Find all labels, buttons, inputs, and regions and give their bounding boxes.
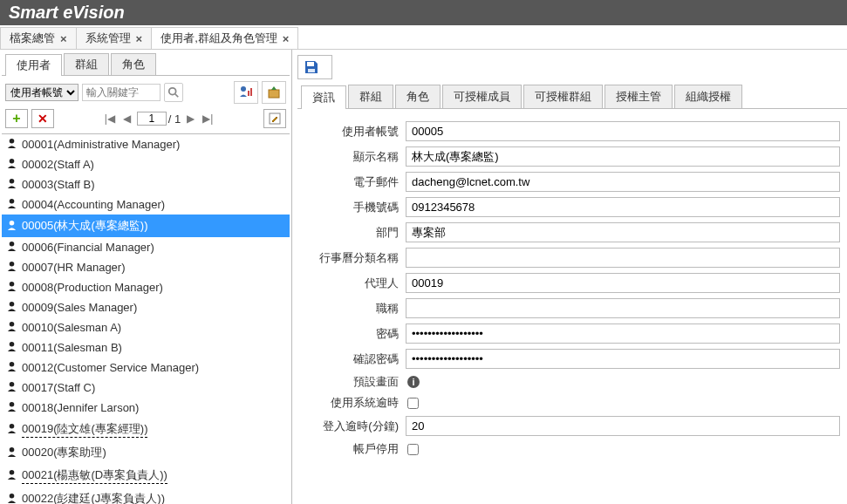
login-timeout-input[interactable] [406,416,840,436]
label-title: 職稱 [301,301,406,317]
svg-point-19 [10,382,15,387]
email-input[interactable] [406,172,840,192]
display-name-input[interactable] [406,146,840,167]
confirm-password-input[interactable] [406,349,840,369]
user-form: 使用者帳號 顯示名稱 電子郵件 手機號碼 部門 行事曆分類名稱 代理人 職稱 密… [297,109,847,466]
floppy-disk-icon [304,59,319,75]
person-icon [6,241,18,253]
person-icon [6,381,18,393]
person-icon [6,158,18,170]
user-item-label: 00020(專案助理) [22,444,106,460]
svg-rect-5 [269,90,279,98]
search-input[interactable] [82,84,161,101]
prev-page-button[interactable]: ◀ [120,111,135,126]
user-list-item[interactable]: 00004(Accounting Manager) [2,194,290,215]
user-list-item[interactable]: 00003(Staff B) [2,174,290,194]
user-item-label: 00010(Salesman A) [22,320,121,334]
detail-tabs: 資訊群組角色可授權成員可授權群組授權主管組織授權 [297,85,847,109]
label-display: 顯示名稱 [301,149,406,165]
tab-close-icon[interactable]: × [283,32,290,45]
detail-tab-1[interactable]: 群組 [348,85,393,108]
svg-point-14 [10,282,15,287]
user-list-item[interactable]: 00009(Sales Manager) [2,297,290,317]
tab-label: 系統管理 [85,31,131,46]
sub-tab-1[interactable]: 群組 [64,53,109,75]
user-list-item[interactable]: 00012(Customer Service Manager) [2,358,290,378]
user-list-item[interactable]: 00001(Administrative Manager) [2,134,290,154]
label-pwd: 密碼 [301,326,406,342]
dept-input[interactable] [406,222,840,242]
user-list-item[interactable]: 00007(HR Manager) [2,257,290,277]
sub-tab-0[interactable]: 使用者 [5,54,62,76]
person-icon [6,281,18,293]
user-list-item[interactable]: 00020(專案助理) [2,441,290,464]
pencil-icon [268,112,282,126]
user-list-item[interactable]: 00021(楊惠敏(D專案負責人)) [2,464,290,487]
user-list-item[interactable]: 00006(Financial Manager) [2,237,290,257]
svg-point-11 [10,220,15,225]
right-panel: 資訊群組角色可授權成員可授權群組授權主管組織授權 使用者帳號 顯示名稱 電子郵件… [292,50,847,504]
person-icon [6,178,18,190]
save-toolbar [297,55,332,79]
next-page-button[interactable]: ▶ [182,111,198,126]
save-button[interactable] [304,59,326,75]
user-item-label: 00019(陸文雄(專案經理)) [22,420,147,438]
user-item-label: 00006(Financial Manager) [22,240,154,254]
svg-point-21 [10,424,15,429]
edit-button[interactable] [263,109,286,128]
svg-line-1 [175,94,179,98]
user-list: 00001(Administrative Manager)00002(Staff… [2,133,290,504]
left-panel: 使用者群組角色 使用者帳號 + [0,50,292,504]
user-list-item[interactable]: 00022(彭建廷(J專案負責人)) [2,487,290,504]
detail-tab-2[interactable]: 角色 [395,85,441,108]
system-timeout-checkbox[interactable] [407,398,419,409]
main-tab-0[interactable]: 檔案總管× [0,27,77,49]
agent-input[interactable] [406,273,840,293]
detail-tab-3[interactable]: 可授權成員 [442,85,522,108]
search-field-select[interactable]: 使用者帳號 [5,84,79,101]
users-overview-button[interactable] [234,81,258,104]
user-list-item[interactable]: 00011(Salesman B) [2,337,290,358]
user-list-item[interactable]: 00019(陸文雄(專案經理)) [2,418,290,441]
detail-tab-5[interactable]: 授權主管 [605,85,673,108]
calendar-input[interactable] [406,248,840,268]
account-input[interactable] [406,121,840,141]
export-button[interactable] [262,81,286,104]
delete-button[interactable]: ✕ [31,109,54,128]
user-item-label: 00011(Salesman B) [22,340,122,354]
detail-tab-6[interactable]: 組織授權 [674,85,742,108]
mobile-input[interactable] [406,197,840,217]
main-tab-2[interactable]: 使用者,群組及角色管理× [151,27,298,49]
sub-tabs: 使用者群組角色 [2,53,290,76]
search-toolbar: 使用者帳號 [2,76,290,109]
user-list-item[interactable]: 00018(Jennifer Larson) [2,398,290,418]
first-page-button[interactable]: |◀ [102,111,118,126]
page-number-input[interactable] [137,112,167,126]
detail-tab-0[interactable]: 資訊 [301,85,346,109]
password-input[interactable] [406,324,840,344]
user-item-label: 00005(林大成(專案總監)) [22,217,147,234]
label-account: 使用者帳號 [301,124,406,140]
title-input[interactable] [406,298,840,318]
last-page-button[interactable]: ▶| [200,111,215,126]
search-button[interactable] [164,83,183,102]
label-default-page: 預設畫面 [301,374,406,390]
info-icon[interactable]: i [407,376,420,388]
user-list-item[interactable]: 00005(林大成(專案總監)) [2,215,290,237]
user-list-item[interactable]: 00008(Production Manager) [2,277,290,297]
sub-tab-2[interactable]: 角色 [111,53,156,75]
pager: |◀ ◀ / 1 ▶ ▶| [102,111,215,126]
svg-point-18 [10,362,15,367]
detail-tab-4[interactable]: 可授權群組 [523,85,603,108]
tab-close-icon[interactable]: × [136,32,143,45]
main-tab-1[interactable]: 系統管理× [76,27,153,49]
user-list-item[interactable]: 00002(Staff A) [2,154,290,174]
disable-checkbox[interactable] [407,444,419,455]
tab-label: 使用者,群組及角色管理 [161,31,277,46]
user-list-item[interactable]: 00010(Salesman A) [2,317,290,337]
svg-rect-4 [250,88,252,96]
add-button[interactable]: + [5,109,28,128]
user-list-item[interactable]: 00017(Staff C) [2,378,290,398]
label-agent: 代理人 [301,276,406,291]
tab-close-icon[interactable]: × [60,32,67,45]
